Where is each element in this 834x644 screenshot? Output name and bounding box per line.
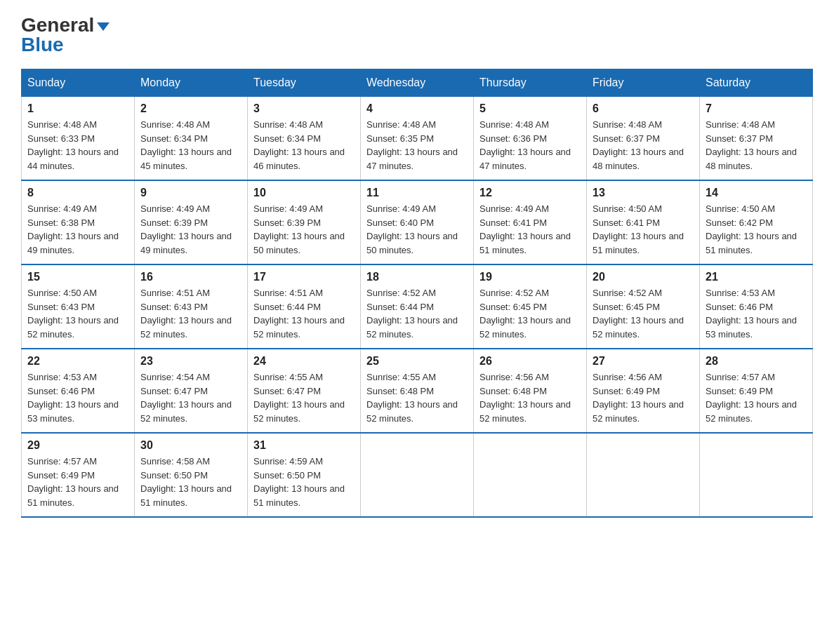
calendar-cell: 2 Sunrise: 4:48 AMSunset: 6:34 PMDayligh…	[135, 97, 248, 181]
logo-arrow-icon	[97, 22, 110, 31]
day-number: 17	[253, 271, 355, 283]
header-monday: Monday	[135, 69, 248, 97]
calendar-cell: 18 Sunrise: 4:52 AMSunset: 6:44 PMDaylig…	[361, 264, 474, 349]
header-sunday: Sunday	[22, 69, 135, 97]
week-row-2: 8 Sunrise: 4:49 AMSunset: 6:38 PMDayligh…	[22, 180, 813, 264]
day-info: Sunrise: 4:51 AMSunset: 6:43 PMDaylight:…	[140, 288, 232, 340]
calendar-cell: 23 Sunrise: 4:54 AMSunset: 6:47 PMDaylig…	[135, 349, 248, 433]
day-number: 10	[253, 187, 355, 199]
day-info: Sunrise: 4:48 AMSunset: 6:34 PMDaylight:…	[253, 119, 345, 171]
day-info: Sunrise: 4:53 AMSunset: 6:46 PMDaylight:…	[706, 288, 797, 340]
calendar-cell: 8 Sunrise: 4:49 AMSunset: 6:38 PMDayligh…	[22, 180, 135, 264]
day-number: 22	[27, 355, 128, 368]
day-info: Sunrise: 4:49 AMSunset: 6:38 PMDaylight:…	[27, 203, 119, 255]
day-info: Sunrise: 4:54 AMSunset: 6:47 PMDaylight:…	[140, 372, 232, 424]
day-info: Sunrise: 4:50 AMSunset: 6:41 PMDaylight:…	[593, 203, 684, 255]
week-row-1: 1 Sunrise: 4:48 AMSunset: 6:33 PMDayligh…	[22, 97, 813, 181]
day-info: Sunrise: 4:57 AMSunset: 6:49 PMDaylight:…	[706, 372, 797, 424]
day-info: Sunrise: 4:49 AMSunset: 6:40 PMDaylight:…	[366, 203, 458, 255]
calendar-cell	[700, 433, 813, 517]
header-tuesday: Tuesday	[248, 69, 361, 97]
day-info: Sunrise: 4:49 AMSunset: 6:39 PMDaylight:…	[253, 203, 345, 255]
calendar-cell: 29 Sunrise: 4:57 AMSunset: 6:49 PMDaylig…	[22, 433, 135, 517]
day-number: 12	[479, 187, 581, 199]
day-number: 9	[140, 187, 241, 199]
calendar-cell: 17 Sunrise: 4:51 AMSunset: 6:44 PMDaylig…	[248, 264, 361, 349]
day-number: 29	[27, 439, 128, 452]
day-info: Sunrise: 4:52 AMSunset: 6:45 PMDaylight:…	[479, 288, 571, 340]
day-number: 7	[706, 102, 807, 115]
day-info: Sunrise: 4:48 AMSunset: 6:35 PMDaylight:…	[366, 119, 458, 171]
day-info: Sunrise: 4:50 AMSunset: 6:42 PMDaylight:…	[706, 203, 797, 255]
day-number: 18	[366, 271, 468, 283]
day-info: Sunrise: 4:57 AMSunset: 6:49 PMDaylight:…	[27, 456, 119, 508]
calendar-cell: 22 Sunrise: 4:53 AMSunset: 6:46 PMDaylig…	[22, 349, 135, 433]
header-row: SundayMondayTuesdayWednesdayThursdayFrid…	[22, 69, 813, 97]
day-info: Sunrise: 4:56 AMSunset: 6:48 PMDaylight:…	[479, 372, 571, 424]
calendar-cell: 27 Sunrise: 4:56 AMSunset: 6:49 PMDaylig…	[587, 349, 700, 433]
day-number: 15	[27, 271, 128, 283]
day-info: Sunrise: 4:52 AMSunset: 6:44 PMDaylight:…	[366, 288, 458, 340]
day-info: Sunrise: 4:58 AMSunset: 6:50 PMDaylight:…	[140, 456, 232, 508]
day-number: 20	[593, 271, 694, 283]
page-header: General Blue	[21, 14, 813, 55]
calendar-cell	[361, 433, 474, 517]
day-info: Sunrise: 4:56 AMSunset: 6:49 PMDaylight:…	[593, 372, 684, 424]
day-number: 23	[140, 355, 241, 368]
day-number: 21	[706, 271, 807, 283]
calendar-cell: 6 Sunrise: 4:48 AMSunset: 6:37 PMDayligh…	[587, 97, 700, 181]
day-number: 31	[253, 439, 355, 452]
day-info: Sunrise: 4:50 AMSunset: 6:43 PMDaylight:…	[27, 288, 119, 340]
day-number: 28	[706, 355, 807, 368]
day-info: Sunrise: 4:55 AMSunset: 6:47 PMDaylight:…	[253, 372, 345, 424]
calendar-cell: 13 Sunrise: 4:50 AMSunset: 6:41 PMDaylig…	[587, 180, 700, 264]
calendar-cell: 26 Sunrise: 4:56 AMSunset: 6:48 PMDaylig…	[474, 349, 587, 433]
logo-blue-text: Blue	[21, 35, 64, 55]
calendar-cell: 15 Sunrise: 4:50 AMSunset: 6:43 PMDaylig…	[22, 264, 135, 349]
day-info: Sunrise: 4:52 AMSunset: 6:45 PMDaylight:…	[593, 288, 684, 340]
calendar-cell: 31 Sunrise: 4:59 AMSunset: 6:50 PMDaylig…	[248, 433, 361, 517]
day-number: 2	[140, 102, 241, 115]
day-info: Sunrise: 4:48 AMSunset: 6:34 PMDaylight:…	[140, 119, 232, 171]
day-info: Sunrise: 4:48 AMSunset: 6:37 PMDaylight:…	[706, 119, 797, 171]
header-saturday: Saturday	[700, 69, 813, 97]
calendar-cell: 25 Sunrise: 4:55 AMSunset: 6:48 PMDaylig…	[361, 349, 474, 433]
calendar-cell: 24 Sunrise: 4:55 AMSunset: 6:47 PMDaylig…	[248, 349, 361, 433]
day-info: Sunrise: 4:49 AMSunset: 6:39 PMDaylight:…	[140, 203, 232, 255]
calendar-cell: 12 Sunrise: 4:49 AMSunset: 6:41 PMDaylig…	[474, 180, 587, 264]
day-info: Sunrise: 4:51 AMSunset: 6:44 PMDaylight:…	[253, 288, 345, 340]
logo: General Blue	[21, 14, 110, 55]
calendar-cell: 10 Sunrise: 4:49 AMSunset: 6:39 PMDaylig…	[248, 180, 361, 264]
day-info: Sunrise: 4:55 AMSunset: 6:48 PMDaylight:…	[366, 372, 458, 424]
day-number: 1	[27, 102, 128, 115]
day-number: 30	[140, 439, 241, 452]
calendar-cell: 3 Sunrise: 4:48 AMSunset: 6:34 PMDayligh…	[248, 97, 361, 181]
day-number: 11	[366, 187, 468, 199]
day-number: 19	[479, 271, 581, 283]
calendar-cell: 20 Sunrise: 4:52 AMSunset: 6:45 PMDaylig…	[587, 264, 700, 349]
header-wednesday: Wednesday	[361, 69, 474, 97]
week-row-4: 22 Sunrise: 4:53 AMSunset: 6:46 PMDaylig…	[22, 349, 813, 433]
day-info: Sunrise: 4:48 AMSunset: 6:37 PMDaylight:…	[593, 119, 684, 171]
calendar-cell: 19 Sunrise: 4:52 AMSunset: 6:45 PMDaylig…	[474, 264, 587, 349]
calendar-cell: 1 Sunrise: 4:48 AMSunset: 6:33 PMDayligh…	[22, 97, 135, 181]
day-number: 16	[140, 271, 241, 283]
day-number: 4	[366, 102, 468, 115]
calendar-cell: 16 Sunrise: 4:51 AMSunset: 6:43 PMDaylig…	[135, 264, 248, 349]
week-row-5: 29 Sunrise: 4:57 AMSunset: 6:49 PMDaylig…	[22, 433, 813, 517]
calendar-table: SundayMondayTuesdayWednesdayThursdayFrid…	[21, 69, 813, 518]
calendar-cell: 7 Sunrise: 4:48 AMSunset: 6:37 PMDayligh…	[700, 97, 813, 181]
calendar-cell: 5 Sunrise: 4:48 AMSunset: 6:36 PMDayligh…	[474, 97, 587, 181]
calendar-cell: 4 Sunrise: 4:48 AMSunset: 6:35 PMDayligh…	[361, 97, 474, 181]
day-number: 3	[253, 102, 355, 115]
day-number: 8	[27, 187, 128, 199]
day-info: Sunrise: 4:48 AMSunset: 6:36 PMDaylight:…	[479, 119, 571, 171]
day-number: 5	[479, 102, 581, 115]
day-number: 26	[479, 355, 581, 368]
calendar-cell: 21 Sunrise: 4:53 AMSunset: 6:46 PMDaylig…	[700, 264, 813, 349]
header-friday: Friday	[587, 69, 700, 97]
week-row-3: 15 Sunrise: 4:50 AMSunset: 6:43 PMDaylig…	[22, 264, 813, 349]
day-number: 25	[366, 355, 468, 368]
calendar-cell	[587, 433, 700, 517]
day-info: Sunrise: 4:53 AMSunset: 6:46 PMDaylight:…	[27, 372, 119, 424]
